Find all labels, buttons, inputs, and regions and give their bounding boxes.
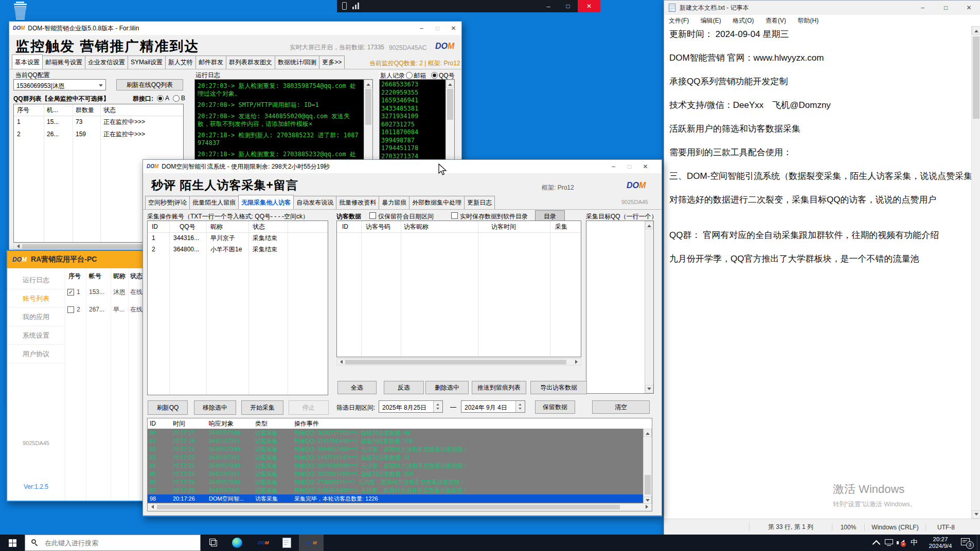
network-icon[interactable]: [885, 539, 894, 546]
minimize-button[interactable]: –: [414, 22, 430, 35]
log-row[interactable]: 9420:17:233648007189访客采集目标QQ: 1074096948…: [148, 462, 645, 470]
table-row[interactable]: 2 364800... 小羊不困1e 采集结束: [148, 244, 328, 255]
tab-space-like-comment[interactable]: 空间秒赞|评论: [145, 196, 190, 209]
menu-edit[interactable]: 编辑(E): [696, 15, 726, 27]
show-desktop-strip[interactable]: [977, 535, 980, 551]
port-b-radio[interactable]: [173, 95, 180, 102]
vertical-scrollbar[interactable]: [645, 221, 653, 393]
action-center-icon[interactable]: 3: [961, 538, 973, 547]
dom-space-app-icon-active[interactable]: DOM: [299, 535, 324, 551]
tab-more[interactable]: 更多>>: [319, 56, 345, 69]
dom-app-icon[interactable]: DOM: [251, 535, 276, 551]
horizontal-scrollbar[interactable]: [148, 503, 652, 511]
table-row[interactable]: ✓ 1 153... 沐恩 在线: [65, 284, 146, 300]
menu-help[interactable]: 帮助(H): [793, 15, 823, 27]
export-visitor-button[interactable]: 导出访客数据: [530, 381, 587, 394]
close-button[interactable]: ✕: [957, 1, 980, 15]
email-radio[interactable]: [406, 72, 413, 79]
toolbar-minimize-button[interactable]: –: [539, 0, 558, 12]
invert-select-button[interactable]: 反选: [384, 381, 424, 394]
date-to-picker[interactable]: 2024年 9月 4日: [461, 400, 525, 413]
titlebar[interactable]: DOM DOM空间智能引流系统 - 使用期限剩余: 298天2小时55分19秒 …: [143, 160, 662, 173]
search-input[interactable]: [44, 539, 190, 547]
vertical-scrollbar[interactable]: [971, 26, 980, 519]
maximize-button[interactable]: □: [621, 160, 637, 173]
toolbar-maximize-button[interactable]: □: [558, 0, 578, 12]
clock[interactable]: 20:27 2024/9/4: [925, 536, 956, 549]
horizontal-scrollbar[interactable]: [336, 358, 581, 365]
menu-view[interactable]: 查看(V): [761, 15, 791, 27]
log-row-selected[interactable]: 9820:17:26DOM空间智...访客采集采集完毕，本轮访客总数量: 122…: [148, 494, 645, 503]
tab-symail[interactable]: SYMail设置: [128, 56, 166, 69]
sidebar-user-agreement[interactable]: 用户协议: [7, 345, 65, 363]
checkbox-unchecked[interactable]: [67, 306, 74, 313]
tab-basic-settings[interactable]: 基本设置: [12, 54, 43, 69]
close-button[interactable]: ✕: [637, 160, 653, 173]
date-filter-checkbox[interactable]: [369, 212, 376, 219]
table-row[interactable]: 2 26... 159 正在监控中>>>: [14, 128, 183, 140]
qq-radio[interactable]: [431, 72, 438, 79]
maximize-button[interactable]: □: [430, 22, 446, 35]
tab-stats-backtest[interactable]: 数据统计/回测: [275, 56, 319, 69]
maximize-button[interactable]: □: [934, 1, 957, 15]
toolbar-close-button[interactable]: ✕: [578, 0, 600, 12]
refresh-qq-button[interactable]: 刷新QQ: [148, 400, 188, 415]
table-row[interactable]: 2 267... 早... 在线: [65, 301, 146, 318]
vertical-scrollbar[interactable]: [643, 429, 652, 505]
volume-muted-icon[interactable]: ×: [897, 539, 906, 547]
refresh-online-qq-button[interactable]: 刷新在线QQ列表: [116, 79, 183, 90]
target-qq-listbox[interactable]: [586, 221, 654, 394]
log-row[interactable]: 9520:17:243443167341访客采集目标QQ: 3322961089…: [148, 470, 645, 478]
tab-force-trace[interactable]: 暴力留痕: [379, 196, 409, 209]
remove-selected-button[interactable]: 移除选中: [194, 400, 236, 415]
sidebar-my-apps[interactable]: 我的应用: [7, 308, 65, 326]
scroll-right-icon[interactable]: [646, 505, 650, 509]
keep-data-button[interactable]: 保留数据: [535, 400, 575, 414]
spinner[interactable]: [515, 401, 525, 412]
task-view-icon[interactable]: [201, 535, 226, 551]
select-all-button[interactable]: 全选: [337, 381, 377, 394]
scroll-left-icon[interactable]: [149, 505, 154, 509]
scroll-left-icon[interactable]: [15, 244, 20, 248]
sidebar-run-log[interactable]: 运行日志: [7, 271, 65, 289]
table-row[interactable]: 1 15... 73 正在监控中>>>: [14, 116, 183, 128]
menu-format[interactable]: 格式(O): [728, 15, 758, 27]
log-row[interactable]: 9220:17:213648007189访客采集目标QQ: 2984912498…: [148, 445, 645, 453]
tab-auto-post[interactable]: 自动发布说说: [293, 196, 336, 209]
visitor-table[interactable]: ID 访客号码 访客昵称 访客时间 采集: [336, 221, 581, 357]
sidebar-system-settings[interactable]: 系统设置: [7, 327, 65, 345]
start-collect-button[interactable]: 开始采集: [241, 400, 283, 415]
log-row[interactable]: 9720:17:263443167341访客采集目标QQ: 1106464395…: [148, 486, 645, 494]
minimize-button[interactable]: –: [911, 1, 934, 15]
titlebar[interactable]: DOM DOM-智能营销企业版5.0.8版本 - For:lilin – □ ✕: [9, 22, 461, 35]
titlebar[interactable]: DOM RA营销应用平台-PC: [7, 251, 146, 268]
log-row[interactable]: 9620:17:263648007189访客采集目标QQ: 273805615=…: [148, 478, 645, 486]
tab-grouplist-bulk[interactable]: 群列表群发图文: [226, 56, 275, 69]
close-button[interactable]: ✕: [446, 22, 461, 35]
scroll-right-icon[interactable]: [575, 360, 580, 364]
sidebar-account-list[interactable]: 账号列表: [7, 290, 65, 308]
realtime-save-checkbox[interactable]: [451, 212, 458, 219]
tab-changelog[interactable]: 更新日志: [464, 196, 495, 209]
text-area[interactable]: 更新时间： 2024-09-04 星期三 DOM智能营销 官网：www.hlwy…: [664, 26, 972, 519]
tab-mailbox-account[interactable]: 邮箱账号设置: [42, 56, 85, 69]
recycle-bin-icon[interactable]: [12, 2, 29, 21]
tab-batch-profile[interactable]: 批量修改资料: [336, 196, 379, 209]
port-a-radio[interactable]: [157, 95, 164, 102]
spinner[interactable]: [433, 401, 442, 412]
notepad-taskbar-icon[interactable]: [274, 535, 299, 551]
table-row[interactable]: 1 344316... 早川京子 采集结束: [148, 232, 328, 244]
clear-button[interactable]: 清空: [592, 400, 650, 414]
edge-browser-icon[interactable]: [225, 535, 250, 551]
scroll-left-icon[interactable]: [338, 360, 343, 364]
tab-visitor-collect[interactable]: 无限采集他人访客: [238, 195, 294, 209]
qq-dropdown[interactable]: 1536069953|沐恩: [13, 79, 106, 90]
log-row[interactable]: 9120:17:193443167341访客采集目标QQ: 1191766446…: [148, 437, 645, 445]
tab-newcomer-at[interactable]: 新人艾特: [165, 56, 196, 69]
log-row[interactable]: 9020:17:173648007189访客采集目标QQ: 3620717763…: [148, 429, 645, 437]
tab-external-data[interactable]: 外部数据集中处理: [409, 196, 465, 209]
push-to-trace-button[interactable]: 推送到留痕列表: [472, 381, 526, 394]
menu-file[interactable]: 文件(F): [664, 15, 693, 27]
minimize-button[interactable]: –: [605, 160, 621, 173]
checkbox-checked[interactable]: ✓: [67, 289, 74, 296]
